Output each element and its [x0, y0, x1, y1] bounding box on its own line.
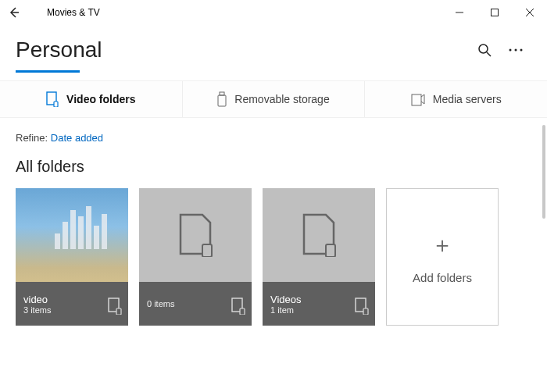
svg-point-7 [515, 49, 517, 52]
svg-rect-12 [218, 95, 226, 106]
tab-media-servers[interactable]: Media servers [365, 81, 547, 117]
file-icon [301, 213, 337, 257]
tab-label: Video folders [66, 93, 135, 105]
refine-row: Refine: Date added [16, 132, 531, 144]
tab-removable-storage[interactable]: Removable storage [183, 81, 366, 117]
add-folders-label: Add folders [413, 271, 472, 284]
tab-label: Removable storage [234, 93, 329, 105]
thumbnail-placeholder [139, 188, 252, 282]
folder-count: 3 items [23, 305, 120, 315]
close-icon [526, 9, 534, 16]
maximize-icon [491, 9, 499, 16]
file-icon [177, 213, 213, 257]
usb-icon [217, 91, 227, 107]
active-tab-underline [16, 70, 80, 73]
more-button[interactable] [500, 34, 531, 66]
scrollbar[interactable] [542, 125, 545, 219]
svg-rect-18 [240, 308, 245, 315]
tab-video-folders[interactable]: Video folders [0, 81, 183, 117]
folder-name: Videos [270, 294, 367, 305]
svg-point-8 [520, 49, 523, 52]
content-area: Refine: Date added All folders video 3 i… [0, 118, 547, 326]
svg-rect-16 [202, 244, 212, 257]
svg-line-5 [487, 52, 491, 56]
media-server-icon [411, 92, 425, 106]
section-title: All folders [16, 158, 531, 176]
back-button[interactable] [8, 6, 30, 19]
svg-rect-21 [363, 308, 368, 315]
ellipsis-icon [509, 48, 523, 52]
thumbnail-placeholder [263, 188, 375, 282]
folder-name: video [23, 294, 120, 305]
search-button[interactable] [469, 34, 500, 66]
svg-point-4 [479, 45, 488, 53]
svg-point-6 [509, 49, 512, 52]
video-badge-icon [108, 298, 122, 318]
search-icon [477, 43, 492, 57]
minimize-button[interactable] [442, 0, 477, 25]
folder-grid: video 3 items 0 items Vid [16, 188, 531, 326]
app-title: Movies & TV [47, 7, 100, 18]
video-badge-icon [355, 298, 369, 318]
page-title: Personal [16, 37, 102, 62]
title-bar: Movies & TV [0, 0, 547, 25]
minimize-icon [456, 9, 463, 16]
folder-tile[interactable]: video 3 items [16, 188, 128, 326]
tab-bar: Video folders Removable storage Media se… [0, 80, 547, 118]
svg-rect-13 [412, 94, 421, 105]
folder-tile[interactable]: 0 items [139, 188, 252, 326]
folder-tile[interactable]: Videos 1 item [263, 188, 375, 326]
folder-count: 1 item [270, 305, 367, 315]
svg-rect-1 [491, 9, 498, 16]
plus-icon: ＋ [431, 230, 453, 260]
svg-rect-15 [116, 308, 121, 315]
video-badge-icon [231, 298, 245, 318]
svg-rect-19 [326, 244, 335, 257]
svg-rect-10 [54, 102, 58, 107]
close-button[interactable] [512, 0, 547, 25]
thumbnail-image [55, 202, 117, 249]
refine-dropdown[interactable]: Date added [51, 132, 103, 144]
video-folder-icon [46, 91, 59, 107]
back-arrow-icon [8, 6, 20, 19]
tab-label: Media servers [433, 93, 502, 105]
refine-label: Refine: [16, 132, 48, 144]
add-folders-button[interactable]: ＋ Add folders [386, 188, 499, 326]
svg-rect-11 [220, 92, 224, 95]
page-header: Personal [0, 25, 547, 66]
maximize-button[interactable] [477, 0, 512, 25]
folder-count: 0 items [147, 299, 244, 308]
